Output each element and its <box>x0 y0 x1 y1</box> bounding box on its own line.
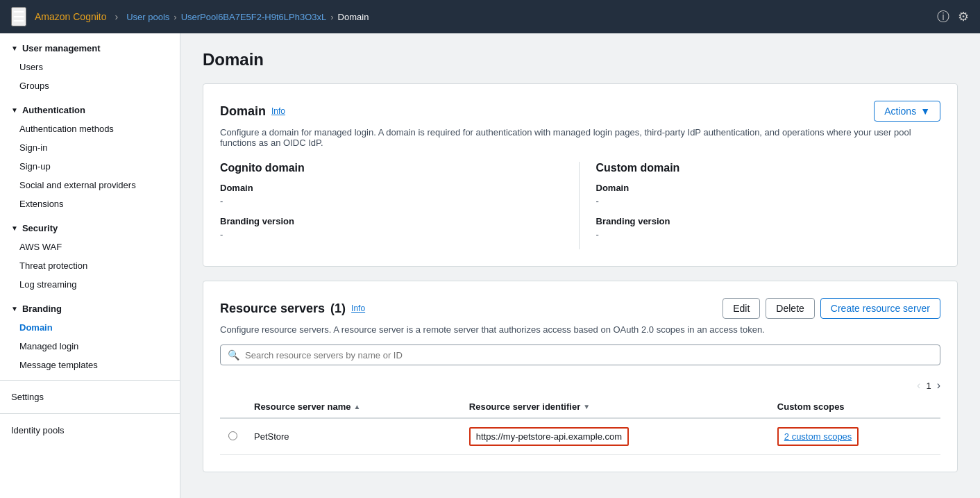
pagination-next-button[interactable]: › <box>937 379 940 392</box>
actions-button[interactable]: Actions ▼ <box>874 101 940 122</box>
sidebar-item-sign-up[interactable]: Sign-up <box>0 157 180 176</box>
breadcrumb: User pools › UserPool6BA7E5F2-H9t6LPh3O3… <box>126 12 369 22</box>
create-resource-server-button[interactable]: Create resource server <box>820 298 940 319</box>
rs-desc: Configure resource servers. A resource s… <box>220 324 940 335</box>
sidebar-item-threat[interactable]: Threat protection <box>0 256 180 275</box>
th-identifier-label: Resource server identifier <box>469 401 580 412</box>
row-identifier: https://my-petstore-api.example.com <box>469 427 629 446</box>
breadcrumb-userpools[interactable]: User pools <box>126 12 169 22</box>
th-name-label: Resource server name <box>254 401 350 412</box>
top-nav-right: ⓘ ⚙ <box>937 8 969 25</box>
rs-count: (1) <box>330 301 346 316</box>
sidebar-item-waf[interactable]: AWS WAF <box>0 238 180 256</box>
delete-button[interactable]: Delete <box>766 298 814 319</box>
th-scopes-label: Custom scopes <box>777 401 845 412</box>
sidebar-divider-2 <box>0 413 180 414</box>
chevron-down-icon-actions: ▼ <box>920 106 930 117</box>
rs-title: Resource servers <box>220 301 325 316</box>
th-select <box>220 396 246 418</box>
custom-domain-title: Custom domain <box>596 162 941 174</box>
cognito-branding-label: Branding version <box>220 216 565 226</box>
search-icon: 🔍 <box>228 349 239 360</box>
chevron-down-icon-auth: ▼ <box>11 106 18 114</box>
resource-servers-table: Resource server name ▲ Resource server i… <box>220 396 940 455</box>
th-scopes: Custom scopes <box>769 396 940 418</box>
sidebar-item-sign-in[interactable]: Sign-in <box>0 138 180 157</box>
row-name-cell: PetStore <box>246 418 461 455</box>
page-title: Domain <box>203 50 958 69</box>
pagination-current: 1 <box>926 381 931 391</box>
settings-icon-button[interactable]: ⚙ <box>958 8 969 25</box>
custom-domain-label: Domain <box>596 183 941 193</box>
resource-servers-card: Resource servers (1) Info Edit Delete Cr… <box>203 281 958 472</box>
chevron-down-icon-security: ▼ <box>11 224 18 232</box>
cognito-branding-value: - <box>220 229 565 240</box>
row-radio-cell <box>220 418 246 455</box>
chevron-down-icon: ▼ <box>11 44 18 52</box>
sidebar-item-message-templates[interactable]: Message templates <box>0 356 180 374</box>
domain-card-header: Domain Info Actions ▼ <box>220 101 940 122</box>
sort-arrow-name: ▲ <box>353 403 360 410</box>
cognito-domain-col: Cognito domain Domain - Branding version… <box>220 162 579 249</box>
sidebar-section-user-management-label: User management <box>22 43 101 53</box>
rs-info-button[interactable]: Info <box>351 304 365 313</box>
main-content: Domain Domain Info Actions ▼ Configure a… <box>180 33 980 498</box>
breadcrumb-current: Domain <box>338 12 369 22</box>
breadcrumb-pool[interactable]: UserPool6BA7E5F2-H9t6LPh3O3xL <box>181 12 327 22</box>
sidebar-item-managed-login[interactable]: Managed login <box>0 337 180 356</box>
sidebar-item-domain[interactable]: Domain <box>0 318 180 337</box>
domain-card-title: Domain <box>220 104 266 119</box>
row-name: PetStore <box>254 431 289 442</box>
info-icon-button[interactable]: ⓘ <box>937 8 949 25</box>
table-row: PetStore https://my-petstore-api.example… <box>220 418 940 455</box>
domain-info-button[interactable]: Info <box>271 106 285 116</box>
sidebar-section-security[interactable]: ▼ Security <box>0 213 180 238</box>
row-identifier-cell: https://my-petstore-api.example.com <box>461 418 769 455</box>
chevron-down-icon-branding: ▼ <box>11 305 18 313</box>
sidebar-section-user-management[interactable]: ▼ User management <box>0 33 180 58</box>
search-bar: 🔍 <box>220 345 940 365</box>
row-radio-input[interactable] <box>228 431 237 440</box>
pagination-prev-button[interactable]: ‹ <box>917 379 920 392</box>
row-scopes-link[interactable]: 2 custom scopes <box>777 427 859 446</box>
search-input[interactable] <box>245 350 933 360</box>
breadcrumb-sep-2: › <box>330 12 333 22</box>
custom-domain-col: Custom domain Domain - Branding version … <box>579 162 941 249</box>
sidebar-item-auth-methods[interactable]: Authentication methods <box>0 119 180 138</box>
sidebar-item-identity-pools[interactable]: Identity pools <box>0 420 180 441</box>
row-scopes-cell: 2 custom scopes <box>769 418 940 455</box>
domain-card: Domain Info Actions ▼ Configure a domain… <box>203 83 958 267</box>
pagination: ‹ 1 › <box>917 379 940 392</box>
sidebar: ▼ User management Users Groups ▼ Authent… <box>0 33 180 498</box>
sort-arrow-identifier: ▼ <box>583 403 590 410</box>
sidebar-section-branding[interactable]: ▼ Branding <box>0 294 180 318</box>
sidebar-divider-1 <box>0 380 180 381</box>
sidebar-section-authentication-label: Authentication <box>22 105 85 115</box>
cognito-domain-label: Domain <box>220 183 565 193</box>
sidebar-section-security-label: Security <box>22 223 58 233</box>
menu-button[interactable]: ☰ <box>11 7 26 26</box>
breadcrumb-sep-1: › <box>174 12 176 22</box>
sidebar-section-authentication[interactable]: ▼ Authentication <box>0 95 180 119</box>
sidebar-item-social[interactable]: Social and external providers <box>0 176 180 194</box>
layout: ▼ User management Users Groups ▼ Authent… <box>0 33 980 498</box>
sidebar-item-log-streaming[interactable]: Log streaming <box>0 275 180 294</box>
rs-action-buttons: Edit Delete Create resource server <box>723 298 940 319</box>
top-nav: ☰ Amazon Cognito › User pools › UserPool… <box>0 0 980 33</box>
sidebar-item-users[interactable]: Users <box>0 58 180 76</box>
domain-card-title-row: Domain Info <box>220 104 285 119</box>
rs-card-header: Resource servers (1) Info Edit Delete Cr… <box>220 298 940 319</box>
brand-link[interactable]: Amazon Cognito <box>35 11 107 22</box>
th-name[interactable]: Resource server name ▲ <box>246 396 461 418</box>
breadcrumb-arrow-1: › <box>115 11 119 22</box>
th-identifier[interactable]: Resource server identifier ▼ <box>461 396 769 418</box>
sidebar-item-extensions[interactable]: Extensions <box>0 194 180 213</box>
domain-card-desc: Configure a domain for managed login. A … <box>220 127 940 148</box>
table-header-row: Resource server name ▲ Resource server i… <box>220 396 940 418</box>
actions-label: Actions <box>884 106 916 117</box>
rs-title-row: Resource servers (1) Info <box>220 301 365 316</box>
sidebar-item-groups[interactable]: Groups <box>0 76 180 95</box>
sidebar-item-settings[interactable]: Settings <box>0 386 180 408</box>
domain-columns: Cognito domain Domain - Branding version… <box>220 162 940 249</box>
edit-button[interactable]: Edit <box>723 298 760 319</box>
